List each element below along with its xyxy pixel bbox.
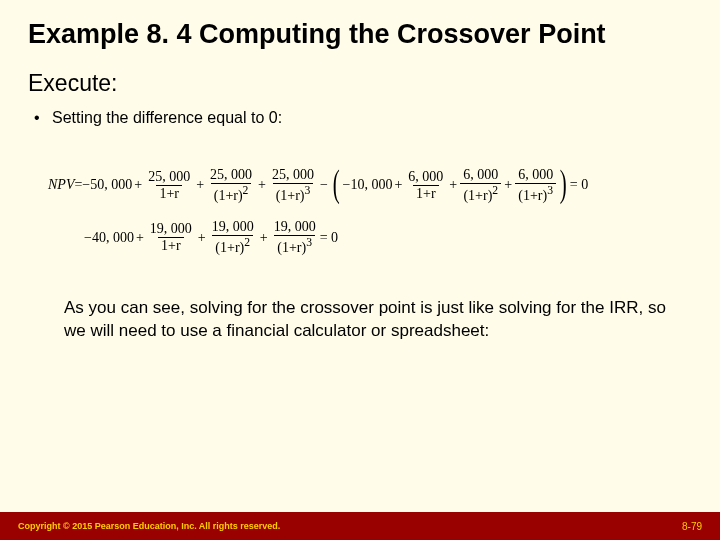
right-paren-icon: ) [560, 164, 567, 202]
fraction: 25, 000(1+r)3 [269, 168, 317, 203]
footer-bar: Copyright © 2015 Pearson Education, Inc.… [0, 512, 720, 540]
term-lead2: −40, 000 [84, 231, 134, 245]
fraction: 19, 0001+r [147, 222, 195, 253]
left-paren-icon: ( [333, 164, 340, 202]
equation-line-1: NPV = −50, 000 + 25, 0001+r + 25, 000(1+… [48, 166, 692, 204]
bullet-item: Setting the difference equal to 0: [34, 107, 692, 129]
fraction: 6, 000(1+r)3 [515, 168, 556, 203]
equals-zero: = 0 [320, 231, 338, 245]
execute-heading: Execute: [28, 70, 692, 97]
equals-zero: = 0 [570, 178, 588, 192]
body-paragraph: As you can see, solving for the crossove… [64, 297, 680, 343]
inner-lead: −10, 000 [343, 178, 393, 192]
plus-sign: + [392, 178, 404, 192]
fraction: 19, 000(1+r)3 [271, 220, 319, 255]
slide: Example 8. 4 Computing the Crossover Poi… [0, 0, 720, 540]
bullet-list: Setting the difference equal to 0: [28, 107, 692, 129]
plus-sign: + [194, 178, 206, 192]
plus-sign: + [256, 178, 268, 192]
fraction: 6, 0001+r [405, 170, 446, 201]
minus-sign: − [318, 178, 330, 192]
fraction: 19, 000(1+r)2 [209, 220, 257, 255]
plus-sign: + [258, 231, 270, 245]
equals-sign: = [74, 178, 82, 192]
plus-sign: + [132, 178, 144, 192]
plus-sign: + [447, 178, 459, 192]
plus-sign: + [196, 231, 208, 245]
slide-title: Example 8. 4 Computing the Crossover Poi… [28, 18, 692, 52]
equation-line-2: −40, 000 + 19, 0001+r + 19, 000(1+r)2 + … [84, 220, 692, 255]
fraction: 25, 000(1+r)2 [207, 168, 255, 203]
plus-sign: + [134, 231, 146, 245]
term-lead1: −50, 000 [82, 178, 132, 192]
copyright-text: Copyright © 2015 Pearson Education, Inc.… [18, 521, 280, 531]
npv-label: NPV [48, 178, 74, 192]
plus-sign: + [502, 178, 514, 192]
equation-block: NPV = −50, 000 + 25, 0001+r + 25, 000(1+… [48, 166, 692, 255]
fraction: 25, 0001+r [145, 170, 193, 201]
page-number: 8-79 [682, 521, 702, 532]
fraction: 6, 000(1+r)2 [460, 168, 501, 203]
